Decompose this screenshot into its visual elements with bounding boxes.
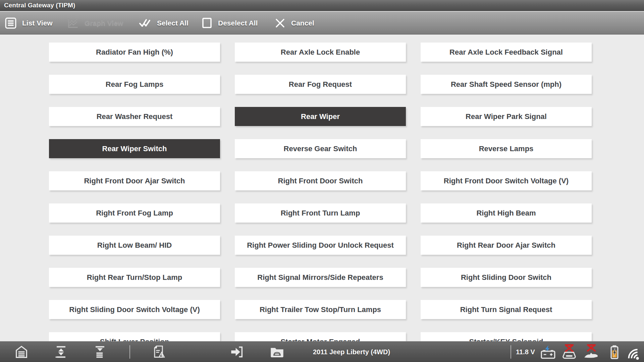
signal-button[interactable]: Rear Axle Lock Feedback Signal bbox=[421, 43, 592, 62]
signal-button[interactable]: Right High Beam bbox=[421, 203, 592, 223]
scroll-top-button[interactable] bbox=[93, 345, 107, 359]
wifi-icon bbox=[623, 344, 641, 360]
list-view-button[interactable]: List View bbox=[5, 12, 53, 35]
signal-button[interactable]: Rear Washer Request bbox=[49, 107, 220, 126]
signal-button[interactable]: Right Front Turn Lamp bbox=[235, 203, 406, 223]
cancel-label: Cancel bbox=[291, 19, 314, 27]
signal-button[interactable]: Right Rear Door Ajar Switch bbox=[421, 236, 592, 255]
signal-button[interactable]: Starter Motor Engaged bbox=[235, 332, 406, 341]
select-all-icon bbox=[138, 18, 152, 28]
signal-button[interactable]: Right Low Beam/ HID bbox=[49, 236, 220, 255]
signal-list-content: Radiator Fan High (%)Rear Axle Lock Enab… bbox=[0, 35, 644, 341]
device-battery-icon bbox=[608, 344, 621, 360]
statusbar-divider bbox=[129, 345, 130, 359]
vci-disconnected-icon bbox=[561, 344, 578, 360]
battery-voltage-readout: 11.8 V bbox=[516, 348, 535, 356]
status-bar: 2011 Jeep Liberty (4WD) 11.8 V bbox=[0, 341, 644, 362]
signal-button[interactable]: Reverse Gear Switch bbox=[235, 139, 406, 158]
signal-grid: Radiator Fan High (%)Rear Axle Lock Enab… bbox=[0, 35, 644, 341]
signal-button[interactable]: Right Power Sliding Door Unlock Request bbox=[235, 236, 406, 255]
signal-button[interactable]: Right Signal Mirrors/Side Repeaters bbox=[235, 268, 406, 287]
signal-button[interactable]: Rear Wiper bbox=[235, 107, 406, 126]
page-title: Central Gateway (TIPM) bbox=[0, 0, 644, 11]
signal-button[interactable]: Rear Wiper Park Signal bbox=[421, 107, 592, 126]
signal-button[interactable]: Reverse Lamps bbox=[421, 139, 592, 158]
statusbar-divider bbox=[511, 345, 511, 359]
signal-button[interactable]: Right Front Fog Lamp bbox=[49, 203, 220, 223]
deselect-all-icon bbox=[201, 17, 213, 29]
vehicle-records-button[interactable] bbox=[270, 346, 284, 358]
jump-center-button[interactable] bbox=[54, 345, 68, 359]
connect-button[interactable] bbox=[230, 345, 244, 359]
signal-button[interactable]: Rear Shaft Speed Sensor (mph) bbox=[421, 75, 592, 94]
signal-button[interactable]: Rear Fog Lamps bbox=[49, 75, 220, 94]
select-all-button[interactable]: Select All bbox=[138, 12, 189, 35]
deselect-all-label: Deselect All bbox=[218, 19, 258, 27]
signal-button[interactable]: Right Front Door Switch Voltage (V) bbox=[421, 171, 592, 190]
signal-button[interactable]: Right Rear Turn/Stop Lamp bbox=[49, 268, 220, 287]
toolbar: List ViewGraph ViewSelect AllDeselect Al… bbox=[0, 12, 644, 35]
graph-view-button[interactable]: Graph View bbox=[66, 12, 123, 35]
list-view-icon bbox=[5, 17, 17, 29]
signal-button[interactable]: Rear Wiper Switch bbox=[49, 139, 220, 158]
signal-button[interactable]: Starter/KEY Solenoid bbox=[421, 332, 592, 341]
signal-button[interactable]: Right Trailer Tow Stop/Turn Lamps bbox=[235, 300, 406, 319]
title-bar: Central Gateway (TIPM) bbox=[0, 0, 644, 11]
battery-12v-icon bbox=[539, 345, 557, 359]
home-button[interactable] bbox=[15, 345, 28, 359]
signal-button[interactable]: Rear Fog Request bbox=[235, 75, 406, 94]
signal-button[interactable]: Right Front Door Switch bbox=[235, 171, 406, 190]
cancel-button[interactable]: Cancel bbox=[274, 12, 314, 35]
list-view-label: List View bbox=[22, 19, 53, 27]
signal-button[interactable]: Right Sliding Door Switch bbox=[421, 268, 592, 287]
signal-button[interactable]: Right Front Door Ajar Switch bbox=[49, 171, 220, 190]
select-all-label: Select All bbox=[157, 19, 189, 27]
graph-view-icon bbox=[66, 17, 79, 29]
signal-button[interactable]: Right Turn Signal Request bbox=[421, 300, 592, 319]
graph-view-label: Graph View bbox=[85, 19, 123, 27]
signal-button[interactable]: Rear Axle Lock Enable bbox=[235, 43, 406, 62]
report-warning-button[interactable] bbox=[152, 345, 165, 359]
cancel-icon bbox=[274, 17, 286, 29]
signal-button[interactable]: Right Sliding Door Switch Voltage (V) bbox=[49, 300, 220, 319]
signal-button[interactable]: Radiator Fan High (%) bbox=[49, 43, 220, 62]
signal-button[interactable]: Shift Lever Position bbox=[49, 332, 220, 341]
deselect-all-button[interactable]: Deselect All bbox=[201, 12, 258, 35]
diagnostic-app-window: Central Gateway (TIPM) List ViewGraph Vi… bbox=[0, 0, 644, 362]
connector-disconnected-icon bbox=[583, 344, 600, 360]
vehicle-label: 2011 Jeep Liberty (4WD) bbox=[313, 348, 390, 356]
